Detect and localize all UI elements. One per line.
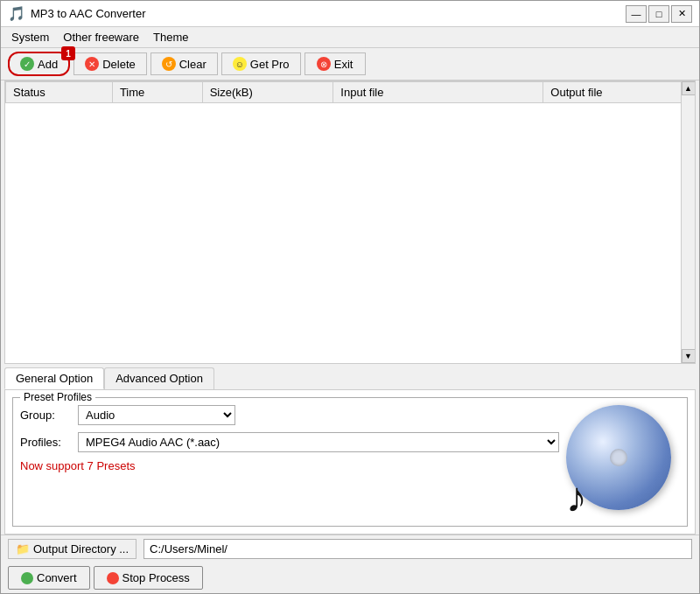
convert-button[interactable]: Convert	[8, 566, 90, 590]
app-icon: 🎵	[8, 5, 25, 22]
group-select[interactable]: Audio Video	[78, 405, 235, 425]
minimize-button[interactable]: —	[626, 5, 647, 23]
stop-process-button[interactable]: Stop Process	[94, 566, 203, 590]
getpro-label: Get Pro	[250, 58, 290, 71]
output-dir-bar: 📁 Output Directory ...	[1, 535, 699, 563]
title-bar: 🎵 MP3 to AAC Converter — □ ✕	[1, 1, 699, 27]
cd-hole	[610, 449, 627, 466]
col-output: Output file	[543, 82, 695, 103]
cd-image: ♪	[566, 405, 680, 519]
stop-label: Stop Process	[122, 571, 190, 584]
add-label: Add	[38, 58, 58, 71]
profiles-field-row: Profiles: MPEG4 Audio AAC (*.aac) MP3 OG…	[20, 432, 559, 452]
toolbar: 1 ✓ Add ✕ Delete ↺ Clear ☺ Get Pro ⊗ Exi…	[1, 48, 699, 80]
music-note-icon: ♪	[566, 477, 587, 519]
delete-label: Delete	[102, 58, 136, 71]
menu-other-freeware[interactable]: Other freeware	[56, 29, 146, 45]
preset-profiles-label: Preset Profiles	[20, 391, 95, 403]
menu-theme[interactable]: Theme	[146, 29, 195, 45]
main-window: 🎵 MP3 to AAC Converter — □ ✕ System Othe…	[0, 0, 700, 594]
tabs-row: General Option Advanced Option	[4, 367, 696, 389]
exit-label: Exit	[334, 58, 354, 71]
menu-bar: System Other freeware Theme	[1, 27, 699, 48]
getpro-icon: ☺	[233, 57, 247, 71]
add-icon: ✓	[20, 57, 34, 71]
profiles-label: Profiles:	[20, 436, 73, 449]
delete-icon: ✕	[85, 57, 99, 71]
group-field-row: Group: Audio Video	[20, 405, 559, 425]
convert-icon	[21, 572, 33, 584]
maximize-button[interactable]: □	[648, 5, 669, 23]
col-size: Size(kB)	[202, 82, 333, 103]
options-tabs-section: General Option Advanced Option	[1, 364, 699, 389]
options-panel: Preset Profiles Group: Audio Video Profi…	[4, 389, 696, 535]
profiles-left: Group: Audio Video Profiles: MPEG4 Audio…	[20, 405, 559, 472]
support-text: Now support 7 Presets	[20, 459, 559, 472]
window-controls: — □ ✕	[626, 5, 692, 23]
scroll-down-arrow[interactable]: ▼	[682, 349, 696, 363]
folder-icon: 📁	[16, 542, 30, 556]
exit-icon: ⊗	[317, 57, 331, 71]
file-table-container: Status Time Size(kB) Input file Output f…	[4, 80, 696, 364]
convert-label: Convert	[37, 571, 77, 584]
tab-general-option[interactable]: General Option	[4, 367, 104, 389]
scroll-up-arrow[interactable]: ▲	[682, 81, 696, 95]
col-status: Status	[6, 82, 113, 103]
clear-icon: ↺	[162, 57, 176, 71]
menu-system[interactable]: System	[4, 29, 56, 45]
add-badge: 1	[61, 46, 75, 60]
getpro-button[interactable]: ☺ Get Pro	[221, 52, 301, 75]
tab-advanced-option[interactable]: Advanced Option	[104, 367, 214, 389]
output-dir-button[interactable]: 📁 Output Directory ...	[8, 539, 136, 559]
group-label: Group:	[20, 409, 73, 422]
action-bar: Convert Stop Process	[1, 563, 699, 593]
clear-label: Clear	[179, 58, 206, 71]
file-table: Status Time Size(kB) Input file Output f…	[5, 81, 695, 103]
col-time: Time	[112, 82, 202, 103]
col-input: Input file	[333, 82, 543, 103]
profiles-select[interactable]: MPEG4 Audio AAC (*.aac) MP3 OGG	[78, 432, 559, 452]
output-dir-label: Output Directory ...	[33, 542, 129, 556]
close-button[interactable]: ✕	[671, 5, 692, 23]
clear-button[interactable]: ↺ Clear	[150, 52, 218, 75]
window-title: MP3 to AAC Converter	[31, 7, 626, 20]
vertical-scrollbar[interactable]: ▲ ▼	[681, 81, 695, 363]
add-button[interactable]: 1 ✓ Add	[8, 52, 70, 76]
scroll-track[interactable]	[682, 95, 695, 349]
preset-profiles-box: Preset Profiles Group: Audio Video Profi…	[12, 397, 688, 527]
stop-icon	[107, 572, 119, 584]
exit-button[interactable]: ⊗ Exit	[304, 52, 366, 75]
output-dir-input[interactable]	[144, 539, 692, 559]
delete-button[interactable]: ✕ Delete	[74, 52, 147, 75]
